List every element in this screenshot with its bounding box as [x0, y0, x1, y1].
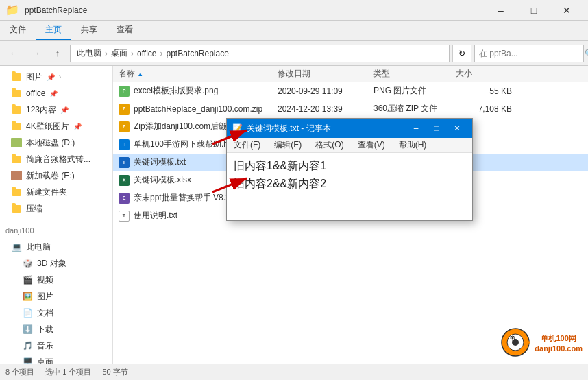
sidebar-section-danji100: danji100 [0, 222, 112, 239]
sidebar-item-office[interactable]: office 📌 [0, 85, 112, 102]
notepad-menu-file[interactable]: 文件(F) [230, 139, 265, 151]
sidebar-item-label: 此电脑 [26, 241, 51, 253]
sidebar-item-images[interactable]: 🖼️ 图片 [0, 288, 112, 305]
notepad-close[interactable]: ✕ [448, 121, 467, 136]
tab-home[interactable]: 主页 [36, 21, 71, 40]
folder-icon [11, 203, 22, 214]
sidebar-item-label: 视频 [37, 274, 53, 286]
file-name: Zip添加danji100.com后缀.b... [134, 121, 241, 132]
nav-bar: ← → ↑ 此电脑 › 桌面 › office › pptBatchReplac… [0, 41, 588, 66]
notepad-minimize[interactable]: – [406, 121, 426, 136]
sidebar-item-123[interactable]: 123内容 📌 [0, 102, 112, 118]
file-size-status: 50 字节 [102, 367, 127, 377]
col-header-name[interactable]: 名称 ▲ [113, 68, 278, 80]
notepad-menu-edit[interactable]: 编辑(E) [270, 139, 306, 151]
status-bar: 8 个项目 选中 1 个项目 50 字节 [0, 364, 588, 380]
video-icon: 🎬 [22, 274, 33, 285]
table-row[interactable]: P excel模板排版要求.png 2020-09-29 11:09 PNG 图… [113, 82, 588, 100]
file-list-header: 名称 ▲ 修改日期 类型 大小 [113, 66, 588, 82]
downloads-icon: ⬇️ [22, 324, 33, 335]
maximize-button[interactable]: □ [518, 0, 550, 21]
search-input[interactable] [479, 49, 582, 58]
search-box[interactable]: 🔍 [474, 45, 584, 62]
sort-arrow: ▲ [137, 71, 143, 78]
file-name: pptBatchReplace_danji100.com.zip [134, 104, 262, 114]
chevron-icon: › [59, 73, 61, 80]
up-button[interactable]: ↑ [48, 45, 67, 62]
watermark-domain: danji100.com [535, 344, 583, 353]
notepad-menu-view[interactable]: 查看(V) [354, 139, 389, 151]
drive-icon [11, 137, 22, 148]
title-bar: 📁 pptBatchReplace – □ ✕ [0, 0, 588, 21]
file-size: 7,108 KB [456, 104, 517, 114]
desktop-icon: 🖥️ [22, 357, 33, 364]
breadcrumb-pc[interactable]: 此电脑 [75, 47, 103, 59]
notepad-menu-help[interactable]: 帮助(H) [395, 139, 431, 151]
minimize-button[interactable]: – [485, 0, 517, 21]
tab-file[interactable]: 文件 [0, 21, 36, 40]
notepad-title-text: 关键词模板.txt - 记事本 [247, 123, 402, 134]
title-bar-icon-minimize: 📁 [5, 3, 19, 16]
sidebar-item-music[interactable]: 🎵 音乐 [0, 337, 112, 354]
sidebar-item-3d[interactable]: 🎲 3D 对象 [0, 255, 112, 272]
breadcrumb-office[interactable]: office [135, 49, 158, 58]
tab-view[interactable]: 查看 [107, 21, 143, 40]
file-type: PNG 图片文件 [373, 85, 456, 97]
window-controls: – □ ✕ [485, 0, 583, 21]
file-size: 55 KB [456, 86, 517, 96]
pin-icon: 📌 [73, 123, 82, 130]
notepad-window: 📝 关键词模板.txt - 记事本 – □ ✕ 文件(F) 编辑(E) 格式(O… [226, 118, 473, 221]
watermark-site: 单机100网 [535, 333, 583, 343]
watermark: 单机100网 danji100.com [500, 327, 583, 359]
sidebar-item-new-folder[interactable]: 新建文件夹 [0, 184, 112, 200]
breadcrumb-desktop[interactable]: 桌面 [109, 47, 130, 59]
notepad-content[interactable]: 旧内容1&&新内容1 旧内容2&&新内容2 [227, 153, 472, 220]
notepad-maximize[interactable]: □ [427, 121, 446, 136]
refresh-button[interactable]: ↻ [452, 45, 471, 62]
images-icon: 🖼️ [22, 291, 33, 302]
sidebar-divider [0, 217, 112, 222]
pin-icon: 📌 [47, 73, 55, 81]
watermark-logo [500, 327, 530, 359]
notepad-menu-format[interactable]: 格式(O) [311, 139, 347, 151]
items-count: 8 个项目 [5, 367, 34, 377]
file-icon-txt: T [119, 157, 130, 168]
sidebar-item-label: 音乐 [37, 340, 53, 352]
pin-icon: 📌 [60, 106, 69, 114]
sidebar-item-drive-e[interactable]: 新加载卷 (E:) [0, 167, 112, 184]
sidebar-item-audio[interactable]: 简廉音频格式转... [0, 151, 112, 167]
computer-icon: 💻 [11, 241, 22, 252]
col-header-date[interactable]: 修改日期 [278, 68, 373, 80]
breadcrumb-current[interactable]: pptBatchReplace [164, 49, 230, 58]
ribbon: 文件 主页 共享 查看 [0, 21, 588, 41]
sidebar-item-downloads[interactable]: ⬇️ 下载 [0, 321, 112, 337]
forward-button[interactable]: → [26, 45, 45, 62]
file-icon-zip: Z [119, 121, 130, 132]
sidebar-item-this-pc[interactable]: 💻 此电脑 [0, 239, 112, 255]
back-button[interactable]: ← [4, 45, 23, 62]
tab-share[interactable]: 共享 [71, 21, 107, 40]
sidebar-item-4k[interactable]: 4K壁纸图片 📌 [0, 118, 112, 134]
sidebar-item-documents[interactable]: 📄 文档 [0, 305, 112, 321]
sidebar-item-pictures[interactable]: 图片 📌 › [0, 69, 112, 85]
3d-icon: 🎲 [22, 258, 33, 269]
sidebar-item-video[interactable]: 🎬 视频 [0, 272, 112, 288]
notepad-line2: 旧内容2&&新内容2 [234, 175, 465, 193]
sidebar-item-desktop[interactable]: 🖥️ 桌面 [0, 354, 112, 364]
col-header-size[interactable]: 大小 [456, 68, 517, 80]
sidebar-item-zip[interactable]: 压缩 [0, 200, 112, 217]
file-name: 关键词模板.txt [134, 156, 186, 168]
sidebar-item-label: 图片 [26, 71, 42, 83]
sidebar-item-label: office [26, 88, 45, 98]
file-icon-xlsx: X [119, 175, 130, 186]
col-header-type[interactable]: 类型 [373, 68, 456, 80]
address-bar[interactable]: 此电脑 › 桌面 › office › pptBatchReplace [70, 45, 450, 62]
music-icon: 🎵 [22, 340, 33, 351]
sidebar-item-label: 桌面 [37, 357, 53, 364]
file-name: 使用说明.txt [134, 210, 177, 222]
sidebar-item-drive-d[interactable]: 本地磁盘 (D:) [0, 134, 112, 151]
close-button[interactable]: ✕ [551, 0, 583, 21]
sidebar-item-label: 下载 [37, 324, 53, 335]
folder-icon [11, 154, 22, 165]
table-row[interactable]: Z pptBatchReplace_danji100.com.zip 2024-… [113, 100, 588, 118]
